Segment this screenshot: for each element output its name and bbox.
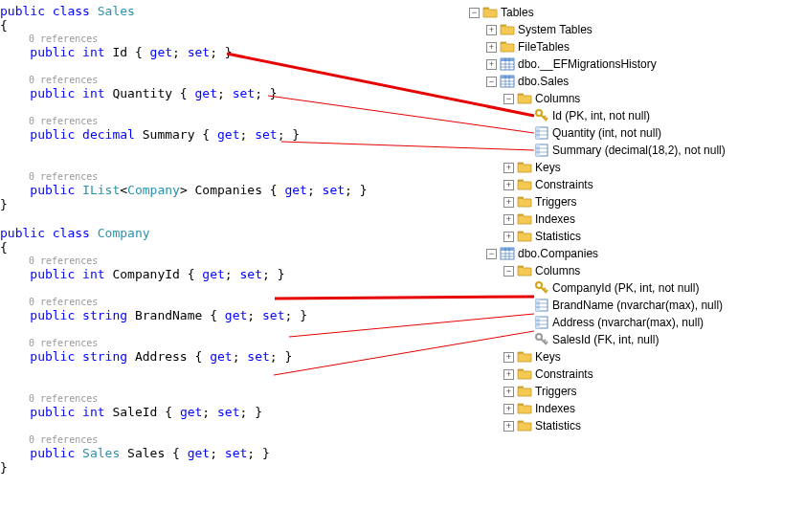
expand-icon[interactable]: + bbox=[486, 25, 497, 35]
expand-icon[interactable]: + bbox=[503, 387, 514, 397]
column-icon bbox=[534, 315, 549, 330]
tree-label: Triggers bbox=[535, 385, 577, 398]
tree-node-indexes[interactable]: +Indexes bbox=[469, 211, 726, 228]
tree-label: SalesId (FK, int, null) bbox=[552, 333, 659, 346]
tree-label: Columns bbox=[535, 92, 580, 105]
tree-label: Tables bbox=[501, 6, 534, 19]
collapse-icon[interactable]: − bbox=[486, 249, 497, 259]
tree-node-keys[interactable]: +Keys bbox=[469, 348, 726, 366]
codelens-hint: 0 references bbox=[29, 115, 421, 127]
tree-node-col-summary[interactable]: Summary (decimal(18,2), not null) bbox=[469, 142, 726, 159]
folder-icon bbox=[517, 418, 532, 433]
tree-node-col-salesid[interactable]: SalesId (FK, int, null) bbox=[469, 331, 726, 348]
tree-node-system-tables[interactable]: +System Tables bbox=[469, 21, 726, 38]
codelens-hint: 0 references bbox=[29, 170, 421, 183]
tree-node-col-address[interactable]: Address (nvarchar(max), null) bbox=[469, 314, 726, 331]
folder-icon bbox=[517, 91, 532, 106]
collapse-icon[interactable]: − bbox=[469, 8, 480, 18]
tree-node-dbo-sales[interactable]: −dbo.Sales bbox=[469, 73, 726, 90]
tree-label: Constraints bbox=[535, 367, 593, 381]
primary-key-icon bbox=[534, 280, 549, 296]
folder-icon bbox=[517, 384, 532, 399]
tree-label: Address (nvarchar(max), null) bbox=[552, 316, 704, 329]
tree-node-keys[interactable]: +Keys bbox=[469, 159, 726, 176]
tree-label: dbo.Companies bbox=[518, 247, 598, 260]
expand-icon[interactable]: + bbox=[503, 404, 514, 414]
folder-icon bbox=[517, 263, 532, 278]
tree-label: Keys bbox=[535, 161, 561, 174]
expand-icon[interactable]: + bbox=[503, 197, 514, 208]
tree-label: Triggers bbox=[535, 195, 577, 209]
collapse-icon[interactable]: − bbox=[503, 266, 514, 277]
tree-node-col-id[interactable]: Id (PK, int, not null) bbox=[469, 107, 726, 124]
tree-label: CompanyId (PK, int, not null) bbox=[552, 281, 699, 295]
tree-node-triggers[interactable]: +Triggers bbox=[469, 193, 726, 211]
expand-icon[interactable]: + bbox=[503, 352, 514, 363]
tree-label: Indexes bbox=[535, 402, 575, 415]
tree-label: Keys bbox=[535, 350, 561, 364]
tree-label: Summary (decimal(18,2), not null) bbox=[552, 144, 726, 157]
code-line: public decimal Summary { get; set; } bbox=[0, 127, 421, 142]
codelens-hint: 0 references bbox=[29, 337, 421, 349]
tree-label: Statistics bbox=[535, 419, 581, 432]
codelens-hint: 0 references bbox=[29, 255, 421, 267]
expand-icon[interactable]: + bbox=[503, 214, 514, 225]
code-line: public int Quantity { get; set; } bbox=[0, 86, 421, 100]
tree-node-col-brandname[interactable]: BrandName (nvarchar(max), null) bbox=[469, 297, 726, 314]
expand-icon[interactable]: + bbox=[486, 42, 497, 53]
code-line: public string Address { get; set; } bbox=[0, 349, 421, 364]
primary-key-icon bbox=[534, 108, 549, 123]
column-icon bbox=[534, 143, 549, 158]
column-icon bbox=[534, 125, 549, 141]
tree-node-triggers[interactable]: +Triggers bbox=[469, 383, 726, 400]
tree-node-col-quantity[interactable]: Quantity (int, not null) bbox=[469, 124, 726, 142]
tree-label: dbo.__EFMigrationsHistory bbox=[518, 57, 657, 71]
tree-node-tables[interactable]: −Tables bbox=[469, 4, 726, 21]
folder-icon bbox=[500, 22, 515, 37]
column-icon bbox=[534, 298, 549, 313]
tree-label: FileTables bbox=[518, 40, 570, 54]
tree-node-file-tables[interactable]: +FileTables bbox=[469, 38, 726, 55]
codelens-hint: 0 references bbox=[29, 33, 421, 45]
tree-node-dbo-companies[interactable]: −dbo.Companies bbox=[469, 245, 726, 262]
code-line: public int CompanyId { get; set; } bbox=[0, 267, 421, 281]
tree-node-columns[interactable]: −Columns bbox=[469, 262, 726, 279]
tree-node-constraints[interactable]: +Constraints bbox=[469, 366, 726, 383]
table-icon bbox=[500, 74, 515, 89]
foreign-key-icon bbox=[534, 332, 549, 347]
code-line: public class Company bbox=[0, 226, 421, 240]
tree-label: Statistics bbox=[535, 230, 581, 243]
codelens-hint: 0 references bbox=[29, 392, 421, 405]
tree-label: Id (PK, int, not null) bbox=[552, 109, 650, 122]
folder-icon bbox=[500, 39, 515, 55]
tree-node-col-companyid[interactable]: CompanyId (PK, int, not null) bbox=[469, 279, 726, 297]
folder-icon bbox=[517, 366, 532, 382]
collapse-icon[interactable]: − bbox=[503, 94, 514, 104]
expand-icon[interactable]: + bbox=[486, 59, 497, 70]
tree-node-statistics[interactable]: +Statistics bbox=[469, 228, 726, 245]
expand-icon[interactable]: + bbox=[503, 421, 514, 432]
tree-label: Indexes bbox=[535, 212, 575, 226]
code-line: public Sales Sales { get; set; } bbox=[0, 446, 421, 460]
tree-node-constraints[interactable]: +Constraints bbox=[469, 176, 726, 193]
tree-node-columns[interactable]: −Columns bbox=[469, 90, 726, 107]
expand-icon[interactable]: + bbox=[503, 232, 514, 242]
tree-label: Columns bbox=[535, 264, 580, 277]
code-line: public class Sales bbox=[0, 4, 421, 18]
collapse-icon[interactable]: − bbox=[486, 77, 497, 87]
expand-icon[interactable]: + bbox=[503, 163, 514, 173]
code-line: } bbox=[0, 460, 421, 475]
tree-node-statistics[interactable]: +Statistics bbox=[469, 417, 726, 434]
expand-icon[interactable]: + bbox=[503, 369, 514, 380]
codelens-hint: 0 references bbox=[29, 74, 421, 86]
object-explorer-tree: −Tables +System Tables +FileTables +dbo.… bbox=[469, 4, 726, 434]
folder-icon bbox=[517, 401, 532, 416]
code-line: } bbox=[0, 197, 421, 211]
code-line: public string BrandName { get; set; } bbox=[0, 308, 421, 322]
folder-icon bbox=[517, 229, 532, 244]
expand-icon[interactable]: + bbox=[503, 180, 514, 190]
tree-node-migrations[interactable]: +dbo.__EFMigrationsHistory bbox=[469, 55, 726, 73]
tree-node-indexes[interactable]: +Indexes bbox=[469, 400, 726, 417]
code-line: public int Id { get; set; } bbox=[0, 45, 421, 59]
folder-icon bbox=[517, 160, 532, 175]
